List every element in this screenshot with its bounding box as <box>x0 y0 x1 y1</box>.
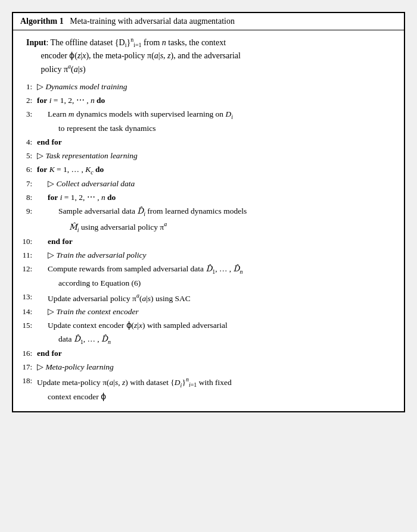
algo-line-1: 1: ▷ Dynamics model training <box>20 80 397 94</box>
algorithm-body: Input: The offline dataset {Di}ni=1 from… <box>13 30 404 411</box>
algo-line-9: 9: Sample adversarial data D̂i from lear… <box>20 205 397 219</box>
line-content-18: Update meta-policy π(a|s, z) with datase… <box>37 375 397 390</box>
line-content-2: for i = 1, 2, ⋯ , n do <box>37 95 397 107</box>
algo-line-7: 7: ▷ Collect adversarial data <box>20 177 397 191</box>
line-content-6: for K = 1, … , Kc do <box>37 164 397 177</box>
algo-line-3-cont: to represent the task dynamics <box>20 122 397 136</box>
line-content-7: ▷ Collect adversarial data <box>37 178 397 190</box>
line-content-9-cont: M̂i using adversarial policy πa <box>37 220 397 234</box>
line-content-14: ▷ Train the context encoder <box>37 306 397 318</box>
line-content-18-cont: context encoder ϕ <box>37 391 397 403</box>
algo-line-17: 17: ▷ Meta-policy learning <box>20 361 397 374</box>
line-num-6: 6: <box>20 164 37 176</box>
line-num-8: 8: <box>20 192 37 204</box>
algo-line-11: 11: ▷ Train the adversarial policy <box>20 249 397 262</box>
algo-line-15-cont: data D̂1, … , D̂n <box>20 333 397 347</box>
algo-line-18-cont: context encoder ϕ <box>20 390 397 404</box>
algo-line-6: 6: for K = 1, … , Kc do <box>20 163 397 177</box>
line-content-12-cont: according to Equation (6) <box>37 277 397 290</box>
algo-line-10: 10: end for <box>20 235 397 249</box>
algorithm-label: Algorithm 1 <box>20 17 64 26</box>
line-num-17: 17: <box>20 361 37 373</box>
line-num-3: 3: <box>20 108 37 120</box>
line-num-11: 11: <box>20 249 37 261</box>
algo-line-12-cont: according to Equation (6) <box>20 277 397 290</box>
line-content-10: end for <box>37 236 397 248</box>
line-content-16: end for <box>37 348 397 360</box>
algo-line-9-cont: M̂i using adversarial policy πa <box>20 219 397 235</box>
line-num-14: 14: <box>20 306 37 318</box>
algo-line-12: 12: Compute rewards from sampled adversa… <box>20 262 397 277</box>
line-content-8: for i = 1, 2, ⋯ , n do <box>37 192 397 204</box>
line-content-17: ▷ Meta-policy learning <box>37 361 397 374</box>
line-num-13: 13: <box>20 291 37 303</box>
algo-line-2: 2: for i = 1, 2, ⋯ , n do <box>20 94 397 108</box>
algo-line-18: 18: Update meta-policy π(a|s, z) with da… <box>20 374 397 390</box>
algo-line-15: 15: Update context encoder ϕ(z|x) with s… <box>20 319 397 333</box>
line-content-3-cont: to represent the task dynamics <box>37 123 397 135</box>
input-line: Input: The offline dataset {Di}ni=1 from… <box>20 35 397 76</box>
algo-line-16: 16: end for <box>20 347 397 361</box>
algo-line-3: 3: Learn m dynamics models with supervis… <box>20 108 397 122</box>
line-content-11: ▷ Train the adversarial policy <box>37 249 397 262</box>
line-content-4: end for <box>37 136 397 149</box>
line-num-18: 18: <box>20 375 37 387</box>
line-content-9: Sample adversarial data D̂i from learned… <box>37 205 397 218</box>
algorithm-header: Algorithm 1 Meta-training with adversari… <box>13 13 404 30</box>
algorithm-lines: 1: ▷ Dynamics model training 2: for i = … <box>20 80 397 404</box>
line-num-5: 5: <box>20 150 37 162</box>
algo-line-13: 13: Update adversarial policy πa(a|s) us… <box>20 290 397 305</box>
input-label: Input <box>26 38 46 47</box>
line-num-10: 10: <box>20 236 37 248</box>
line-num-15: 15: <box>20 320 37 331</box>
line-num-7: 7: <box>20 178 37 190</box>
algorithm-box: Algorithm 1 Meta-training with adversari… <box>12 12 405 412</box>
algorithm-title: Meta-training with adversarial data augm… <box>70 17 235 26</box>
line-content-1: ▷ Dynamics model training <box>37 81 397 93</box>
line-num-9: 9: <box>20 205 37 217</box>
line-content-15-cont: data D̂1, … , D̂n <box>37 333 397 346</box>
line-content-15: Update context encoder ϕ(z|x) with sampl… <box>37 320 397 332</box>
algo-line-4: 4: end for <box>20 136 397 149</box>
line-num-16: 16: <box>20 348 37 359</box>
line-content-5: ▷ Task representation learning <box>37 150 397 162</box>
line-num-1: 1: <box>20 81 37 93</box>
algo-line-5: 5: ▷ Task representation learning <box>20 149 397 163</box>
line-num-4: 4: <box>20 136 37 148</box>
line-content-12: Compute rewards from sampled adversarial… <box>37 263 397 276</box>
line-content-13: Update adversarial policy πa(a|s) using … <box>37 291 397 305</box>
line-num-2: 2: <box>20 95 37 107</box>
algo-line-14: 14: ▷ Train the context encoder <box>20 305 397 319</box>
line-num-12: 12: <box>20 263 37 275</box>
algo-line-8: 8: for i = 1, 2, ⋯ , n do <box>20 191 397 205</box>
line-content-3: Learn m dynamics models with supervised … <box>37 108 397 121</box>
